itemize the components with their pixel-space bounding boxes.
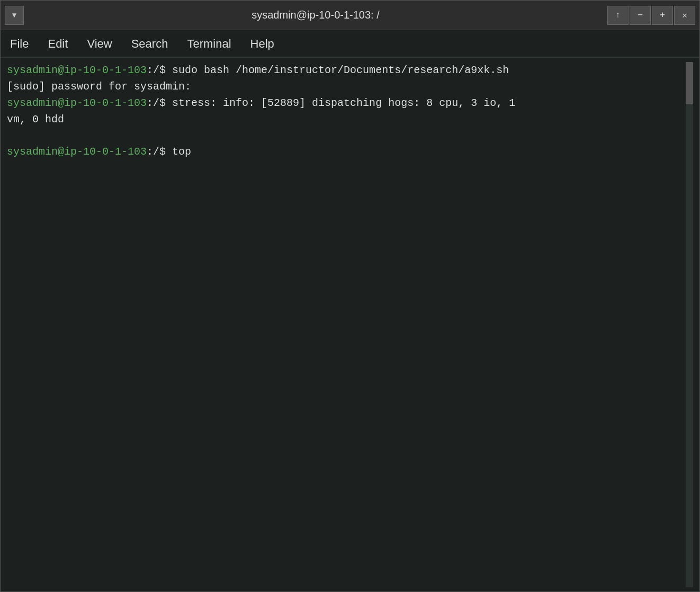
terminal-line-1: sysadmin@ip-10-0-1-103:/$ sudo bash /hom… (7, 62, 686, 78)
window-title: sysadmin@ip-10-0-1-103: / (24, 9, 607, 21)
terminal-line-4: vm, 0 hdd (7, 111, 686, 128)
scrollbar-thumb[interactable] (686, 62, 693, 104)
prompt-path-1: :/$ (147, 64, 172, 76)
prompt-user-1: sysadmin@ip-10-0-1-103 (7, 64, 147, 76)
terminal-body[interactable]: sysadmin@ip-10-0-1-103:/$ sudo bash /hom… (1, 58, 699, 591)
maximize-button[interactable]: + (652, 6, 673, 25)
output-2: [sudo] password for sysadmin: (7, 80, 191, 93)
terminal-content: sysadmin@ip-10-0-1-103:/$ sudo bash /hom… (7, 62, 686, 587)
command-5: top (172, 146, 191, 158)
menu-terminal[interactable]: Terminal (182, 34, 236, 54)
menu-file[interactable]: File (5, 34, 34, 54)
terminal-blank-line (7, 128, 686, 143)
terminal-line-3: sysadmin@ip-10-0-1-103:/$ stress: info: … (7, 95, 686, 111)
title-bar-left: ▼ (5, 6, 24, 25)
dropdown-button[interactable]: ▼ (5, 6, 24, 25)
minimize-button[interactable]: − (630, 6, 651, 25)
terminal-line-5: sysadmin@ip-10-0-1-103:/$ top (7, 143, 686, 160)
command-1: sudo bash /home/instructor/Documents/res… (172, 64, 509, 76)
output-4: vm, 0 hdd (7, 113, 64, 125)
prompt-user-3: sysadmin@ip-10-0-1-103 (7, 97, 147, 109)
prompt-user-5: sysadmin@ip-10-0-1-103 (7, 146, 147, 158)
prompt-path-5: :/$ (147, 146, 172, 158)
scrollbar[interactable] (686, 62, 693, 587)
menu-bar: File Edit View Search Terminal Help (1, 30, 699, 58)
menu-search[interactable]: Search (126, 34, 174, 54)
menu-edit[interactable]: Edit (42, 34, 73, 54)
command-3: stress: info: [52889] dispatching hogs: … (172, 97, 515, 109)
menu-help[interactable]: Help (245, 34, 280, 54)
window-controls: ↑ − + ✕ (607, 6, 695, 25)
title-bar: ▼ sysadmin@ip-10-0-1-103: / ↑ − + ✕ (1, 1, 699, 30)
close-button[interactable]: ✕ (674, 6, 695, 25)
terminal-line-2: [sudo] password for sysadmin: (7, 78, 686, 95)
menu-view[interactable]: View (82, 34, 117, 54)
scroll-up-button[interactable]: ↑ (607, 6, 629, 25)
terminal-window: ▼ sysadmin@ip-10-0-1-103: / ↑ − + ✕ File… (0, 0, 700, 592)
prompt-path-3: :/$ (147, 97, 172, 109)
